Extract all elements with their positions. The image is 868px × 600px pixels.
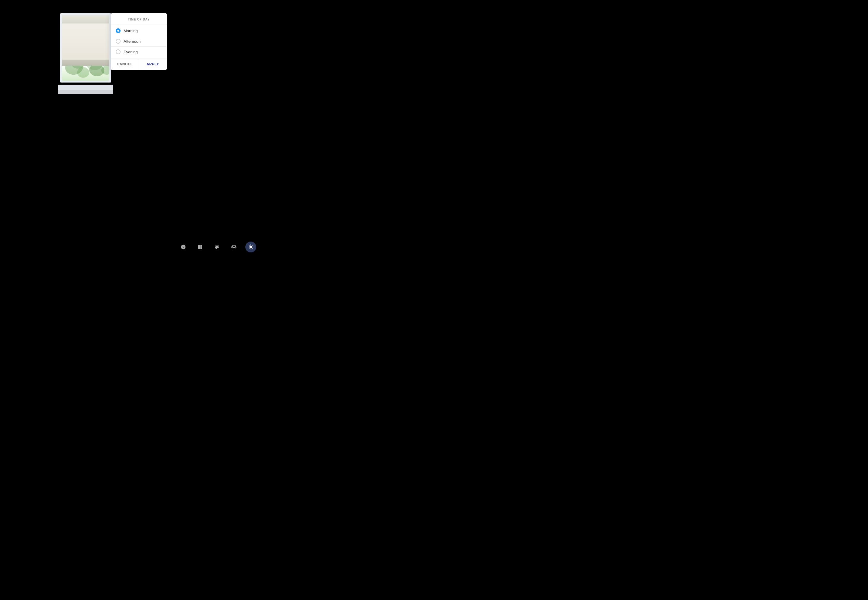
window-outside <box>62 66 109 81</box>
radio-evening-indicator <box>116 49 121 54</box>
radio-afternoon-indicator <box>116 39 121 44</box>
info-svg <box>181 244 186 250</box>
radio-morning-indicator <box>116 28 121 33</box>
radio-afternoon-label: Afternoon <box>124 39 140 44</box>
window-inner <box>62 15 109 81</box>
foliage <box>62 66 109 81</box>
room-svg <box>231 244 237 250</box>
apply-button[interactable]: APPLY <box>139 58 167 70</box>
window-svg <box>197 244 203 250</box>
popup-options: Morning Afternoon Evening <box>111 24 167 58</box>
popup-actions: CANCEL APPLY <box>111 58 167 70</box>
toolbar <box>178 242 256 252</box>
popup-header: TIME OF DAY <box>111 13 167 24</box>
window-visualization <box>60 13 111 90</box>
window-icon[interactable] <box>195 242 206 252</box>
lighting-icon[interactable] <box>245 242 256 252</box>
radio-morning-label: Morning <box>124 29 138 33</box>
window-sill <box>58 85 113 90</box>
window-sill-bar <box>58 90 113 94</box>
blind-bottom-bar <box>62 60 109 66</box>
radio-option-morning[interactable]: Morning <box>111 26 167 36</box>
radio-option-afternoon[interactable]: Afternoon <box>111 36 167 47</box>
palette-svg <box>214 244 220 250</box>
cancel-button[interactable]: CANCEL <box>111 58 139 70</box>
popup-title: TIME OF DAY <box>128 18 149 21</box>
info-icon[interactable] <box>178 242 189 252</box>
time-of-day-popup: TIME OF DAY Morning Afternoon Evening CA… <box>111 13 167 70</box>
radio-evening-label: Evening <box>124 50 138 54</box>
window-blind <box>62 23 109 60</box>
window-top-bar <box>62 15 109 23</box>
window-frame <box>60 13 111 83</box>
palette-icon[interactable] <box>212 242 222 252</box>
room-icon[interactable] <box>228 242 239 252</box>
lighting-svg <box>248 244 253 250</box>
radio-option-evening[interactable]: Evening <box>111 47 167 57</box>
